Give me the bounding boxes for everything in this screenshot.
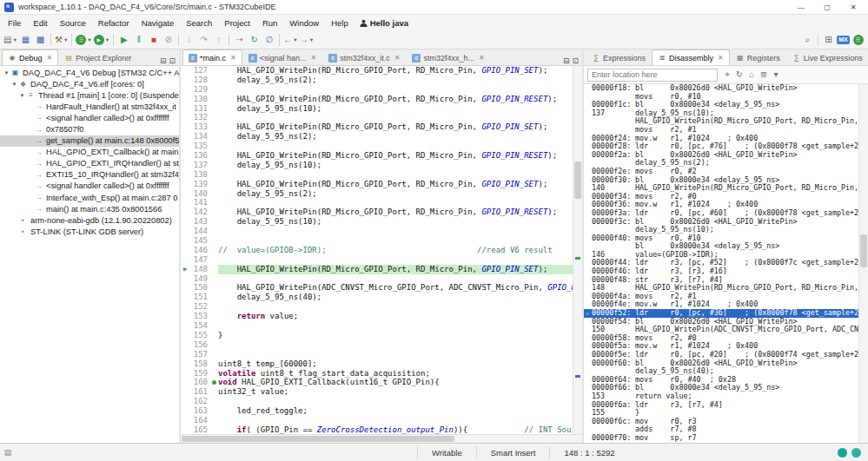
debug-tree-item[interactable]: ▼▣DAQ_DAC_F4_V6 Debug [STM32 C/C++ Appl	[0, 67, 179, 78]
disassembly-line[interactable]: 00000f3c:bl 0x80026d0 <HAL_GPIO_WritePin…	[584, 218, 858, 227]
disassembly-line[interactable]: 00000f5e:ldr r0, [pc, #20] ; (0x8000f74 …	[584, 351, 858, 359]
disassembly-line[interactable]: movs r2, #1	[584, 126, 858, 135]
menu-item-project[interactable]: Project	[218, 18, 256, 28]
code-text[interactable]	[218, 274, 573, 284]
disassembly-line[interactable]: delay_5_95_ns(10);	[584, 226, 858, 234]
debug-tree-item[interactable]: →EXTI15_10_IRQHandler() at stm32f4x	[0, 169, 179, 181]
disassembly-line[interactable]: movs r0, #10	[584, 93, 858, 102]
code-text[interactable]: HAL_GPIO_WritePin(RD_Micro_GPIO_Port, RD…	[218, 180, 573, 189]
debug-tree-item[interactable]: →main() at main.c:435 0x8001566	[0, 203, 179, 214]
debug-tree-item[interactable]: ▼◆DAQ_DAC_F4_V6.elf [cores: 0]	[0, 78, 179, 89]
restart-button[interactable]: ↻	[247, 32, 262, 48]
code-text[interactable]	[218, 142, 573, 151]
disassembly-line[interactable]: 00000f60:bl 0x80026d0 <HAL_GPIO_WritePin…	[584, 359, 858, 368]
close-button[interactable]: ✕	[840, 0, 866, 14]
view-menu-icon[interactable]: ▾	[770, 69, 782, 80]
tab-registers[interactable]: ▦Registers	[730, 49, 786, 65]
close-tab-icon[interactable]: ✕	[479, 54, 485, 62]
editor-tab--main-c[interactable]: c*main.c✕	[182, 49, 242, 65]
disassembly-line[interactable]: 00000f6a:ldr r3, [r7, #4]	[584, 401, 858, 410]
disassembly-line[interactable]: 146value=(GPIOB->IDR);	[584, 251, 858, 260]
disassembly-line[interactable]: 00000f6c:mov r0, r3	[584, 418, 858, 426]
code-text[interactable]: delay_5_95_ns(10);	[218, 217, 573, 227]
instruction-pointer-icon[interactable]: ▶	[181, 265, 189, 274]
disassembly-line[interactable]: adds r7, #8	[584, 425, 858, 434]
tab-live-expressions[interactable]: ∑Live Expressions	[786, 49, 868, 65]
tab-debug[interactable]: ◉Debug✕	[2, 49, 58, 65]
code-text[interactable]: HAL_GPIO_WritePin(RD_Micro_GPIO_Port, RD…	[218, 66, 573, 76]
maximize-button[interactable]: ▢	[814, 0, 840, 14]
disassembly-line[interactable]: 00000f28:ldr r0, [pc, #76] ; (0x8000f78 …	[584, 142, 858, 151]
overview-marker[interactable]	[575, 375, 580, 378]
editor-tab--signal-han-[interactable]: c<signal han...✕	[242, 49, 323, 65]
menu-item-navigate[interactable]: Navigate	[136, 18, 181, 28]
close-tab-icon[interactable]: ✕	[311, 54, 317, 62]
code-text[interactable]	[218, 255, 573, 265]
disassembly-vscroll-thumb[interactable]	[860, 234, 867, 267]
disassembly-line[interactable]: 00000f36:mov.w r1, #1024 ; 0x400	[584, 201, 858, 209]
code-text[interactable]: uint8_t temp_[60000];	[218, 359, 573, 369]
code-text[interactable]	[218, 236, 573, 246]
code-text[interactable]	[218, 302, 573, 312]
save-button[interactable]: ▦	[18, 32, 33, 48]
disassembly-line[interactable]: 00000f40:movs r0, #10	[584, 234, 858, 243]
disassembly-line[interactable]: 00000f2a:bl 0x80026d0 <HAL_GPIO_WritePin…	[584, 151, 858, 160]
disassembly-line[interactable]: 00000f58:movs r2, #0	[584, 334, 858, 343]
code-text[interactable]	[218, 85, 573, 95]
menu-item-refactor[interactable]: Refactor	[92, 18, 136, 28]
build-button[interactable]: ⚒▼	[54, 32, 69, 48]
code-text[interactable]: HAL_GPIO_WritePin(RD_Micro_GPIO_Port, RD…	[218, 122, 573, 132]
step-into-button[interactable]: ↓	[182, 32, 196, 48]
skip-all-breakpoints-button[interactable]: ∅	[262, 32, 276, 48]
code-text[interactable]: HAL_GPIO_WritePin(RD_Micro_GPIO_Port, RD…	[218, 207, 573, 217]
code-text[interactable]: delay_5_95_ns(10);	[218, 104, 573, 114]
code-text[interactable]	[218, 227, 573, 236]
minimize-view-icon[interactable]: ⊟	[160, 56, 167, 65]
debug-tree-item[interactable]: →get_sample() at main.c:148 0x8000f5	[0, 135, 179, 147]
user-menu[interactable]: Hello java	[354, 18, 414, 28]
code-text[interactable]: HAL_GPIO_WritePin(ADC_CNVST_Micro_GPIO_P…	[218, 283, 573, 293]
code-text[interactable]: return value;	[218, 312, 573, 321]
disassembly-listing[interactable]: 00000f18:bl 0x80026d0 <HAL_GPIO_WritePin…	[584, 84, 858, 443]
disassembly-line[interactable]: 00000f4a:movs r2, #1	[584, 293, 858, 301]
run-button[interactable]: ▶▼	[93, 32, 110, 48]
tab-disassembly[interactable]: ≣Disassembly✕	[652, 49, 730, 65]
disassembly-vscrollbar[interactable]	[858, 84, 868, 443]
disassembly-line[interactable]: 00000f66:bl 0x8000e34 <delay_5_95_ns>	[584, 384, 858, 392]
debug-tree-item[interactable]: →<signal handler called>() at 0xfffffff	[0, 112, 179, 123]
disassembly-line[interactable]: 00000f5a:mov.w r1, #1024 ; 0x400	[584, 342, 858, 351]
disassembly-line[interactable]: delay_5_95_ns(2);	[584, 159, 858, 168]
code-text[interactable]	[218, 397, 573, 406]
debug-perspective-button[interactable]: ☰	[851, 32, 865, 48]
show-source-icon[interactable]: ≣	[758, 69, 770, 80]
menu-item-file[interactable]: File	[2, 18, 27, 28]
disassembly-line[interactable]: 00000f48:str r3, [r7, #4]	[584, 276, 858, 285]
minimize-view-icon[interactable]: ⊟	[563, 56, 570, 65]
maximize-view-icon[interactable]: ⊡	[169, 56, 176, 65]
status-circle-icon-1[interactable]	[838, 448, 847, 458]
debug-tree-item[interactable]: →Interface_with_Esp() at main.c:287 0	[0, 192, 179, 203]
debug-tree-item[interactable]: →HAL_GPIO_EXTI_IRQHandler() at stm	[0, 158, 179, 169]
disassembly-line[interactable]: 153return value;	[584, 392, 858, 401]
disassembly-line[interactable]: 00000f3a:ldr r0, [pc, #60] ; (0x8000f78 …	[584, 209, 858, 218]
forward-button[interactable]: →▼	[299, 32, 315, 48]
editor-hscroll-thumb[interactable]	[182, 436, 454, 442]
disassembly-line[interactable]: delay_5_95_ns(40);	[584, 367, 858, 376]
code-lines[interactable]: 127 HAL_GPIO_WritePin(RD_Micro_GPIO_Port…	[181, 66, 573, 434]
resume-button[interactable]: ▶	[116, 32, 131, 48]
code-text[interactable]	[218, 340, 573, 350]
fold-marker-icon[interactable]	[210, 380, 218, 385]
editor-vscroll-thumb[interactable]	[574, 161, 581, 198]
code-text[interactable]: void HAL_GPIO_EXTI_Callback(uint16_t GPI…	[218, 378, 573, 387]
step-over-button[interactable]: ↷	[196, 32, 211, 48]
code-text[interactable]: led_red_toggle;	[218, 406, 573, 416]
menu-item-source[interactable]: Source	[54, 18, 92, 28]
menu-item-help[interactable]: Help	[325, 18, 354, 28]
code-text[interactable]	[218, 198, 573, 207]
expand-arrow-icon[interactable]: ▼	[10, 82, 18, 87]
minimize-button[interactable]: —	[788, 0, 814, 14]
sync-current-icon[interactable]: ⌖	[721, 69, 733, 80]
code-text[interactable]	[218, 416, 573, 425]
debug-button[interactable]: ☰▼	[75, 32, 92, 48]
disassembly-line[interactable]: 00000f30:bl 0x8000e34 <delay_5_95_ns>	[584, 176, 858, 185]
